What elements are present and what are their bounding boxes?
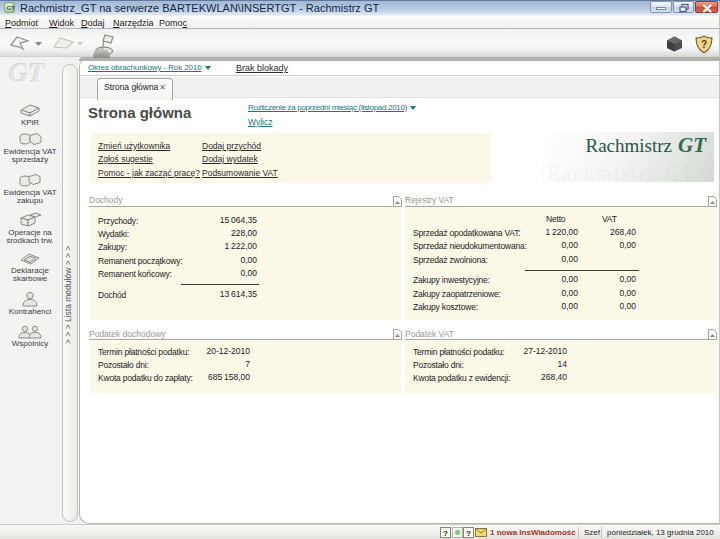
svg-text:?: ?	[466, 529, 471, 538]
svg-text:?: ?	[701, 39, 707, 50]
svg-text:?: ?	[443, 529, 448, 538]
